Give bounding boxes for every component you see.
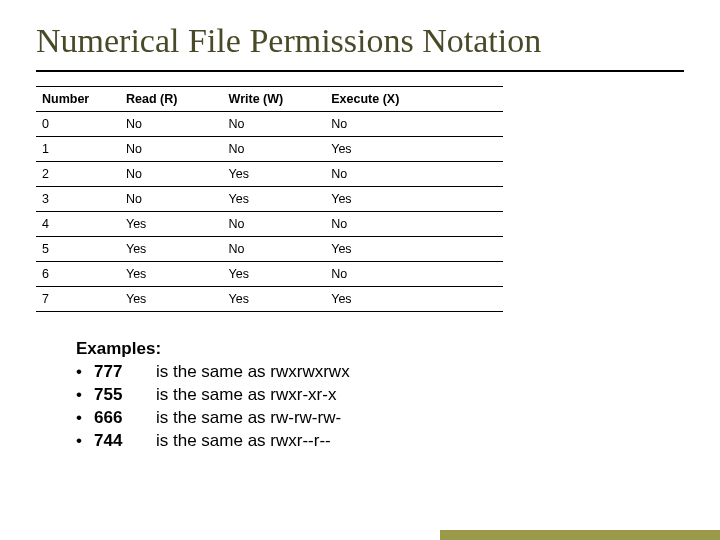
example-code: 666 <box>94 407 156 430</box>
table-row: 7 Yes Yes Yes <box>36 287 503 312</box>
cell-number: 0 <box>36 112 120 137</box>
table-row: 4 Yes No No <box>36 212 503 237</box>
page-title: Numerical File Permissions Notation <box>36 22 684 66</box>
slide: Numerical File Permissions Notation Numb… <box>0 0 720 540</box>
table-row: 0 No No No <box>36 112 503 137</box>
example-text: is the same as rwxrwxrwx <box>156 361 350 384</box>
examples-heading: Examples: <box>76 338 684 361</box>
table-header-row: Number Read (R) Write (W) Execute (X) <box>36 87 503 112</box>
cell-read: Yes <box>120 287 223 312</box>
cell-read: No <box>120 137 223 162</box>
cell-execute: Yes <box>325 287 502 312</box>
table-row: 5 Yes No Yes <box>36 237 503 262</box>
example-item: • 666 is the same as rw-rw-rw- <box>76 407 684 430</box>
example-text: is the same as rw-rw-rw- <box>156 407 341 430</box>
bullet-icon: • <box>76 361 94 384</box>
cell-execute: No <box>325 262 502 287</box>
cell-number: 4 <box>36 212 120 237</box>
cell-execute: No <box>325 162 502 187</box>
cell-number: 6 <box>36 262 120 287</box>
col-execute: Execute (X) <box>325 87 502 112</box>
cell-write: Yes <box>223 187 326 212</box>
cell-execute: No <box>325 112 502 137</box>
cell-number: 2 <box>36 162 120 187</box>
cell-read: No <box>120 162 223 187</box>
table-row: 1 No No Yes <box>36 137 503 162</box>
example-code: 744 <box>94 430 156 453</box>
example-code: 755 <box>94 384 156 407</box>
cell-execute: Yes <box>325 137 502 162</box>
example-item: • 777 is the same as rwxrwxrwx <box>76 361 684 384</box>
cell-execute: No <box>325 212 502 237</box>
cell-read: Yes <box>120 237 223 262</box>
example-item: • 744 is the same as rwxr--r-- <box>76 430 684 453</box>
cell-number: 3 <box>36 187 120 212</box>
example-text: is the same as rwxr-xr-x <box>156 384 336 407</box>
col-number: Number <box>36 87 120 112</box>
cell-write: Yes <box>223 162 326 187</box>
cell-write: Yes <box>223 262 326 287</box>
bullet-icon: • <box>76 407 94 430</box>
cell-write: Yes <box>223 287 326 312</box>
title-underline <box>36 70 684 72</box>
cell-write: No <box>223 137 326 162</box>
table-row: 3 No Yes Yes <box>36 187 503 212</box>
permissions-table: Number Read (R) Write (W) Execute (X) 0 … <box>36 86 503 312</box>
cell-read: No <box>120 187 223 212</box>
table-row: 6 Yes Yes No <box>36 262 503 287</box>
examples-block: Examples: • 777 is the same as rwxrwxrwx… <box>76 338 684 453</box>
cell-number: 1 <box>36 137 120 162</box>
cell-execute: Yes <box>325 187 502 212</box>
table-row: 2 No Yes No <box>36 162 503 187</box>
footer-accent-bar <box>440 530 720 540</box>
cell-read: Yes <box>120 262 223 287</box>
cell-write: No <box>223 212 326 237</box>
cell-write: No <box>223 237 326 262</box>
cell-execute: Yes <box>325 237 502 262</box>
example-text: is the same as rwxr--r-- <box>156 430 331 453</box>
cell-read: Yes <box>120 212 223 237</box>
example-item: • 755 is the same as rwxr-xr-x <box>76 384 684 407</box>
cell-write: No <box>223 112 326 137</box>
cell-read: No <box>120 112 223 137</box>
col-write: Write (W) <box>223 87 326 112</box>
cell-number: 7 <box>36 287 120 312</box>
bullet-icon: • <box>76 430 94 453</box>
example-code: 777 <box>94 361 156 384</box>
col-read: Read (R) <box>120 87 223 112</box>
bullet-icon: • <box>76 384 94 407</box>
cell-number: 5 <box>36 237 120 262</box>
